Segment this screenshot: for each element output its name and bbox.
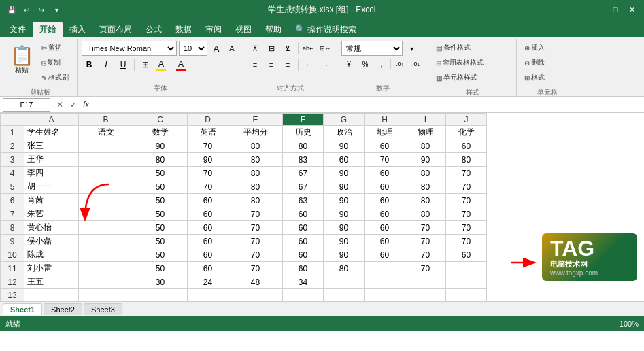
tab-insert[interactable]: 插入: [63, 22, 92, 37]
cell-J12[interactable]: [446, 275, 487, 289]
cell-B6[interactable]: [79, 194, 133, 207]
col-header-E[interactable]: E: [228, 114, 283, 126]
tab-review[interactable]: 审阅: [199, 22, 228, 37]
row-header-10[interactable]: 10: [1, 248, 24, 262]
cell-reference-box[interactable]: [3, 98, 50, 112]
cell-J5[interactable]: 70: [446, 180, 487, 194]
currency-button[interactable]: ¥: [341, 57, 356, 71]
cell-G12[interactable]: [324, 275, 365, 289]
cell-I13[interactable]: [405, 289, 446, 301]
tab-data[interactable]: 数据: [169, 22, 199, 37]
insert-button[interactable]: ⊕ 插入: [521, 41, 548, 54]
cell-C6[interactable]: 50: [133, 194, 188, 207]
cell-C4[interactable]: 50: [133, 167, 188, 180]
cell-E6[interactable]: 80: [228, 194, 283, 207]
cell-J4[interactable]: 70: [446, 167, 487, 180]
cell-C1[interactable]: 数学: [133, 126, 188, 139]
decrease-decimal-button[interactable]: .0↓: [409, 57, 424, 71]
cell-E13[interactable]: [228, 289, 283, 301]
align-top-button[interactable]: ⊼: [248, 41, 262, 56]
formula-input[interactable]: [95, 98, 641, 112]
cell-D4[interactable]: 70: [188, 167, 228, 180]
increase-decimal-button[interactable]: .0↑: [392, 57, 407, 71]
cut-button[interactable]: ✂ 剪切: [38, 41, 72, 54]
wrap-text-button[interactable]: ab↵: [301, 41, 316, 56]
cell-D9[interactable]: 60: [188, 235, 228, 248]
cell-A3[interactable]: 王华: [24, 153, 79, 167]
cell-H4[interactable]: 60: [365, 167, 405, 180]
increase-font-size-button[interactable]: A: [209, 41, 223, 55]
cell-H10[interactable]: 60: [365, 248, 405, 262]
cell-G5[interactable]: 90: [324, 180, 365, 194]
cell-J11[interactable]: [446, 262, 487, 275]
cell-J8[interactable]: 70: [446, 221, 487, 235]
cell-E11[interactable]: 70: [228, 262, 283, 275]
cell-I2[interactable]: 80: [405, 139, 446, 153]
cell-B12[interactable]: [79, 275, 133, 289]
cell-E12[interactable]: 48: [228, 275, 283, 289]
cell-F10[interactable]: 60: [283, 248, 324, 262]
cell-H8[interactable]: 60: [365, 221, 405, 235]
cell-I9[interactable]: 70: [405, 235, 446, 248]
cell-C8[interactable]: 50: [133, 221, 188, 235]
customize-quick-access-icon[interactable]: ▾: [50, 3, 63, 16]
decrease-font-size-button[interactable]: A: [225, 41, 239, 55]
cell-F6[interactable]: 63: [283, 194, 324, 207]
save-icon[interactable]: 💾: [5, 3, 18, 16]
sheet-tab-2[interactable]: Sheet2: [44, 303, 82, 315]
cell-G13[interactable]: [324, 289, 365, 301]
cell-C2[interactable]: 90: [133, 139, 188, 153]
align-middle-button[interactable]: ⊟: [264, 41, 279, 56]
cell-H11[interactable]: [365, 262, 405, 275]
cell-E9[interactable]: 70: [228, 235, 283, 248]
font-size-select[interactable]: 10: [179, 41, 207, 56]
redo-icon[interactable]: ↪: [35, 3, 48, 16]
cell-D3[interactable]: 90: [188, 153, 228, 167]
cell-style-button[interactable]: ▥ 单元格样式: [433, 71, 481, 84]
row-header-2[interactable]: 2: [1, 139, 24, 153]
cell-G7[interactable]: 90: [324, 207, 365, 221]
cell-B1[interactable]: 语文: [79, 126, 133, 139]
cell-G10[interactable]: 90: [324, 248, 365, 262]
cell-H9[interactable]: 60: [365, 235, 405, 248]
delete-button[interactable]: ⊖ 删除: [521, 56, 548, 69]
cell-F1[interactable]: 历史: [283, 126, 324, 139]
cell-J10[interactable]: 60: [446, 248, 487, 262]
cell-G1[interactable]: 政治: [324, 126, 365, 139]
col-header-C[interactable]: C: [133, 114, 188, 126]
cell-G6[interactable]: 90: [324, 194, 365, 207]
cell-J6[interactable]: 70: [446, 194, 487, 207]
decrease-indent-button[interactable]: ←: [301, 57, 316, 72]
increase-indent-button[interactable]: →: [318, 57, 333, 72]
tab-search[interactable]: 🔍 操作说明搜索: [288, 22, 363, 37]
cell-C9[interactable]: 50: [133, 235, 188, 248]
row-header-4[interactable]: 4: [1, 167, 24, 180]
cell-C13[interactable]: [133, 289, 188, 301]
cell-I12[interactable]: [405, 275, 446, 289]
cell-I10[interactable]: 70: [405, 248, 446, 262]
col-header-F[interactable]: F: [283, 114, 324, 126]
cell-D2[interactable]: 70: [188, 139, 228, 153]
cell-I5[interactable]: 80: [405, 180, 446, 194]
cell-I7[interactable]: 80: [405, 207, 446, 221]
cell-A7[interactable]: 朱艺: [24, 207, 79, 221]
table-format-button[interactable]: ⊞ 套用表格格式: [433, 56, 487, 69]
row-header-6[interactable]: 6: [1, 194, 24, 207]
cell-F13[interactable]: [283, 289, 324, 301]
cell-I11[interactable]: 70: [405, 262, 446, 275]
cell-I8[interactable]: 70: [405, 221, 446, 235]
cell-I4[interactable]: 80: [405, 167, 446, 180]
cell-D1[interactable]: 英语: [188, 126, 228, 139]
undo-icon[interactable]: ↩: [20, 3, 33, 16]
tab-formula[interactable]: 公式: [139, 22, 169, 37]
tab-file[interactable]: 文件: [3, 22, 33, 37]
cell-J3[interactable]: 80: [446, 153, 487, 167]
minimize-button[interactable]: ─: [592, 3, 606, 16]
cell-H5[interactable]: 60: [365, 180, 405, 194]
cell-D5[interactable]: 70: [188, 180, 228, 194]
cell-C3[interactable]: 80: [133, 153, 188, 167]
cell-D7[interactable]: 60: [188, 207, 228, 221]
cell-H12[interactable]: [365, 275, 405, 289]
cell-E10[interactable]: 70: [228, 248, 283, 262]
cell-D10[interactable]: 60: [188, 248, 228, 262]
